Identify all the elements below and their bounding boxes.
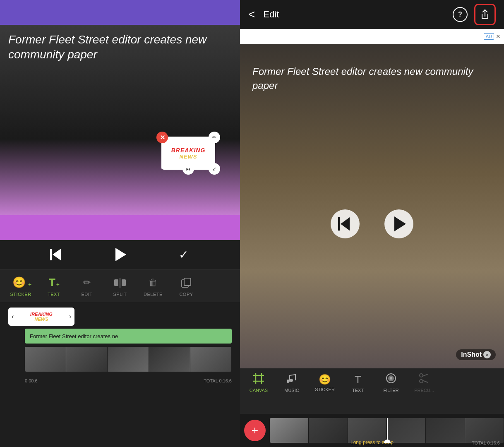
sticker-delete-button[interactable]: ✕ — [156, 132, 168, 143]
svg-point-11 — [390, 377, 392, 380]
playhead-indicator — [387, 418, 388, 443]
sticker-tl-bottom: NEWs — [35, 317, 48, 322]
large-skip-back-button[interactable] — [331, 209, 360, 238]
tool-precut[interactable]: PRECU... — [410, 370, 439, 396]
back-button[interactable]: < — [248, 8, 255, 21]
ad-banner: AD ✕ — [240, 29, 504, 44]
video-background: Former Fleet Street editor creates new c… — [240, 44, 504, 368]
text-right-label: TEXT — [352, 388, 364, 393]
filter-icon — [386, 373, 396, 386]
ad-label: AD — [484, 33, 494, 40]
sticker-timeline-item[interactable]: ‹ IREAKING NEWs › — [8, 308, 74, 326]
strip-thumb-5 — [426, 418, 465, 443]
video-headline-right: Former Fleet Street editor creates new c… — [252, 65, 492, 92]
video-controls-right — [240, 209, 504, 238]
svg-rect-1 — [122, 279, 126, 286]
text-label: TEXT — [48, 292, 60, 297]
top-bar-right: ? — [453, 4, 496, 25]
music-icon — [287, 373, 296, 386]
sticker-right-icon: 😊 — [319, 374, 331, 385]
sticker-right-label: STICKER — [315, 387, 335, 392]
tool-text[interactable]: T TEXT — [343, 370, 372, 396]
video-thumb-2 — [66, 347, 108, 372]
svg-point-13 — [420, 380, 423, 383]
add-clip-button[interactable]: + — [244, 420, 266, 441]
sticker-timeline-content: IREAKING NEWs — [14, 312, 69, 322]
video-thumb-1 — [25, 347, 66, 372]
confirm-button[interactable]: ✓ — [175, 246, 192, 263]
delete-icon: 🗑 — [146, 275, 161, 290]
play-button[interactable] — [112, 246, 128, 263]
bottom-video-strip: + Long press to swap TOTAL 0:16.6 — [240, 414, 504, 447]
sticker-transform-button[interactable]: ↙ — [209, 163, 220, 175]
playback-controls: ✓ — [0, 240, 240, 269]
large-play-button[interactable] — [384, 209, 413, 238]
video-strip-thumbnails[interactable] — [270, 418, 504, 443]
top-bar: < Edit ? — [240, 0, 504, 29]
canvas-label: CANVAS — [250, 388, 268, 393]
share-icon — [480, 9, 490, 20]
strip-thumb-2 — [309, 418, 348, 443]
toolbar-text[interactable]: T + TEXT — [41, 275, 66, 297]
edit-label: EDIT — [81, 292, 92, 297]
right-timestamp: TOTAL 0:16.6 — [472, 440, 500, 445]
toolbar-edit[interactable]: ✏ EDIT — [74, 275, 99, 297]
timestamp-left: 0:00.6 — [25, 378, 38, 383]
canvas-icon — [253, 373, 264, 386]
left-panel: Former Fleet Street editor creates new c… — [0, 0, 240, 447]
sticker-edit-button[interactable]: ✏ — [209, 132, 220, 143]
tool-filter[interactable]: FILTER — [377, 370, 406, 396]
preview-image-area: Former Fleet Street editor creates new c… — [0, 25, 240, 215]
video-thumb-3 — [108, 347, 149, 372]
share-button[interactable] — [474, 4, 496, 25]
svg-rect-4 — [184, 278, 191, 286]
toolbar-sticker[interactable]: 😊 + STICKER — [8, 275, 33, 297]
left-toolbar: 😊 + STICKER T + TEXT ✏ EDIT — [0, 269, 240, 302]
right-panel: < Edit ? AD ✕ Former Fleet Street editor… — [240, 0, 504, 447]
large-skip-back-icon — [341, 217, 350, 231]
timeline-text-clip[interactable]: Former Fleet Street editor creates ne — [25, 329, 232, 344]
sticker-overlay[interactable]: BREAKING NEWS ✕ ✏ ⏮ ↙ — [161, 137, 215, 170]
help-button[interactable]: ? — [453, 7, 468, 22]
toolbar-delete[interactable]: 🗑 DELETE — [141, 275, 166, 297]
precut-label: PRECU... — [414, 388, 434, 393]
bottom-tools: CANVAS MUSIC 😊 STICKER — [240, 368, 504, 397]
text-icon: T + — [46, 275, 61, 290]
sticker-icon: 😊 + — [13, 275, 28, 290]
watermark-remove-button[interactable]: ✕ — [483, 351, 491, 358]
ad-close-button[interactable]: ✕ — [496, 33, 501, 40]
skip-back-button[interactable] — [48, 246, 65, 263]
timeline-text-row: Former Fleet Street editor creates ne — [0, 329, 240, 345]
timestamp-total: TOTAL 0:16.6 — [204, 378, 232, 383]
tool-canvas[interactable]: CANVAS — [244, 370, 273, 396]
toolbar-copy[interactable]: COPY — [174, 275, 199, 297]
preview-top-bar — [0, 0, 240, 25]
copy-label: COPY — [179, 292, 193, 297]
bottom-toolbar-right: CANVAS MUSIC 😊 STICKER — [240, 368, 504, 414]
tool-music[interactable]: MUSIC — [277, 370, 306, 396]
timeline-area: ‹ IREAKING NEWs › Former Fleet Street ed… — [0, 302, 240, 447]
preview-area: Former Fleet Street editor creates new c… — [0, 0, 240, 240]
sticker-label: STICKER — [10, 292, 31, 297]
strip-thumb-1 — [270, 418, 309, 443]
text-right-icon: T — [355, 373, 361, 386]
edit-icon: ✏ — [79, 275, 94, 290]
tool-sticker[interactable]: 😊 STICKER — [310, 370, 339, 395]
sticker-arrow-right[interactable]: › — [69, 313, 71, 320]
timeline-timestamps: 0:00.6 TOTAL 0:16.6 — [0, 376, 240, 383]
timeline-video-row — [0, 347, 240, 376]
breaking-news-sticker[interactable]: BREAKING NEWS ✕ ✏ ⏮ ↙ — [161, 137, 215, 170]
timeline-video-strip[interactable] — [25, 347, 232, 372]
sticker-play-button[interactable]: ⏮ — [182, 163, 194, 175]
toolbar-split[interactable]: SPLIT — [108, 275, 132, 297]
play-icon — [115, 248, 126, 261]
inshot-watermark: InShot ✕ — [456, 349, 496, 360]
copy-icon — [179, 275, 194, 290]
precut-icon — [419, 373, 430, 386]
page-title: Edit — [263, 9, 279, 20]
inshot-brand-text: InShot — [461, 351, 482, 358]
strip-thumb-3 — [348, 418, 387, 443]
skip-back-icon — [53, 249, 61, 260]
filter-label: FILTER — [383, 388, 398, 393]
split-icon — [113, 275, 127, 290]
